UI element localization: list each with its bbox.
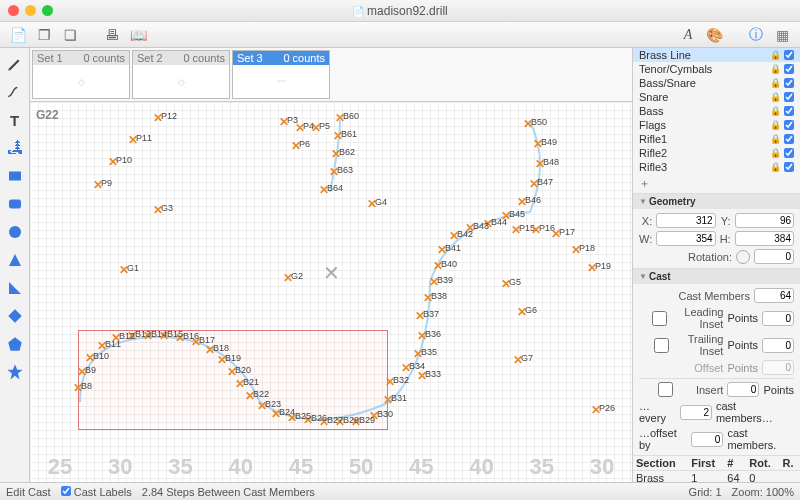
lock-icon[interactable]: 🔒 [770,64,780,74]
performer-marker[interactable]: B39 [431,279,441,289]
set-thumbnail[interactable]: Set 30 counts〰 [232,50,330,99]
layer-row[interactable]: Tenor/Cymbals🔒 [633,62,800,76]
performer-marker[interactable]: B18 [207,347,217,357]
geometry-x-input[interactable] [656,213,715,228]
performer-marker[interactable]: P12 [155,115,165,125]
leading-inset-checkbox[interactable] [639,311,680,326]
performer-marker[interactable]: B9 [79,369,89,379]
performer-marker[interactable]: B47 [531,181,541,191]
pentagon-tool[interactable] [3,332,27,356]
performer-marker[interactable]: B49 [535,141,545,151]
performer-marker[interactable]: G7 [515,357,525,367]
performer-marker[interactable]: B37 [417,313,427,323]
layer-row[interactable]: Bass/Snare🔒 [633,76,800,90]
every-input[interactable] [680,405,712,420]
performer-marker[interactable]: B8 [75,385,85,395]
performer-marker[interactable]: B20 [229,369,239,379]
performer-marker[interactable]: P26 [593,407,603,417]
font-icon[interactable]: A [678,26,698,44]
performer-marker[interactable]: G1 [121,267,131,277]
performer-marker[interactable]: B46 [519,199,529,209]
offsetby-input[interactable] [691,432,723,447]
performer-marker[interactable]: B32 [387,379,397,389]
performer-marker[interactable]: P9 [95,182,105,192]
performer-marker[interactable]: G5 [503,281,513,291]
performer-marker[interactable]: G3 [155,207,165,217]
doc-icon[interactable]: 📄 [8,26,28,44]
add-layer-icon[interactable]: ＋ [639,176,650,191]
performer-marker[interactable]: B63 [331,169,341,179]
performer-marker[interactable]: B10 [87,355,97,365]
layer-row[interactable]: Rifle2🔒 [633,146,800,160]
rect-tool[interactable] [3,164,27,188]
canvas[interactable]: ✕ G22 25303540455045403530 P12P11P10P9P3… [30,102,632,482]
performer-marker[interactable]: P4 [297,125,307,135]
cast-table-row[interactable]: Brass1640 [633,471,800,483]
performer-marker[interactable]: B48 [537,161,547,171]
zoom-value[interactable]: 100% [766,486,794,498]
performer-marker[interactable]: B35 [415,351,425,361]
performer-marker[interactable]: B41 [439,247,449,257]
curve-tool[interactable] [3,80,27,104]
info-icon[interactable]: ⓘ [746,26,766,44]
performer-marker[interactable]: B64 [321,187,331,197]
performer-marker[interactable]: B31 [385,397,395,407]
layer-visible-checkbox[interactable] [784,120,794,130]
performer-marker[interactable]: B33 [419,373,429,383]
performer-marker[interactable]: B38 [425,295,435,305]
lock-icon[interactable]: 🔒 [770,120,780,130]
performer-marker[interactable]: P11 [130,137,140,147]
cast-labels-checkbox[interactable] [61,486,71,496]
performer-marker[interactable]: B36 [419,333,429,343]
book-icon[interactable]: 📖 [128,26,148,44]
edit-cast-button[interactable]: Edit Cast [6,486,51,498]
geometry-h-input[interactable] [735,231,794,246]
performer-marker[interactable]: B19 [219,357,229,367]
layer-visible-checkbox[interactable] [784,50,794,60]
star-tool[interactable] [3,360,27,384]
pen-tool[interactable] [3,52,27,76]
performer-marker[interactable]: B62 [333,151,343,161]
roundrect-tool[interactable] [3,192,27,216]
performer-marker[interactable]: B34 [403,365,413,375]
geometry-w-input[interactable] [656,231,715,246]
performer-marker[interactable]: B40 [435,263,445,273]
performer-marker[interactable]: B21 [237,381,247,391]
lock-icon[interactable]: 🔒 [770,92,780,102]
color-icon[interactable]: 🎨 [704,26,724,44]
diamond-tool[interactable] [3,304,27,328]
performer-marker[interactable]: P10 [110,159,120,169]
right-triangle-tool[interactable] [3,276,27,300]
performer-marker[interactable]: P5 [313,125,323,135]
layer-visible-checkbox[interactable] [784,106,794,116]
leading-inset-input[interactable] [762,311,794,326]
lock-icon[interactable]: 🔒 [770,106,780,116]
trailing-inset-checkbox[interactable] [639,338,684,353]
set-thumbnail[interactable]: Set 20 counts◇ [132,50,230,99]
lock-icon[interactable]: 🔒 [770,50,780,60]
performer-marker[interactable]: G6 [519,309,529,319]
performer-marker[interactable]: B42 [451,233,461,243]
performer-marker[interactable]: G2 [285,275,295,285]
layer-row[interactable]: Rifle3🔒 [633,160,800,174]
set-thumbnail[interactable]: Set 10 counts◇ [32,50,130,99]
lock-icon[interactable]: 🔒 [770,134,780,144]
layer-visible-checkbox[interactable] [784,162,794,172]
performer-marker[interactable]: B61 [335,133,345,143]
geometry-rotation-input[interactable] [754,249,794,264]
performer-marker[interactable]: P15 [513,227,523,237]
rotation-dial-icon[interactable] [736,250,750,264]
performer-marker[interactable]: P3 [281,119,291,129]
grid-value[interactable]: 1 [715,486,721,498]
image-tool[interactable]: 🏞 [3,136,27,160]
layer-visible-checkbox[interactable] [784,134,794,144]
performer-marker[interactable]: B60 [337,115,347,125]
layer-row[interactable]: Brass Line🔒 [633,48,800,62]
layer-visible-checkbox[interactable] [784,78,794,88]
performer-marker[interactable]: B22 [247,393,257,403]
layer-visible-checkbox[interactable] [784,64,794,74]
cast-members-input[interactable] [754,288,794,303]
lock-icon[interactable]: 🔒 [770,78,780,88]
performer-marker[interactable]: P18 [573,247,583,257]
lock-icon[interactable]: 🔒 [770,162,780,172]
